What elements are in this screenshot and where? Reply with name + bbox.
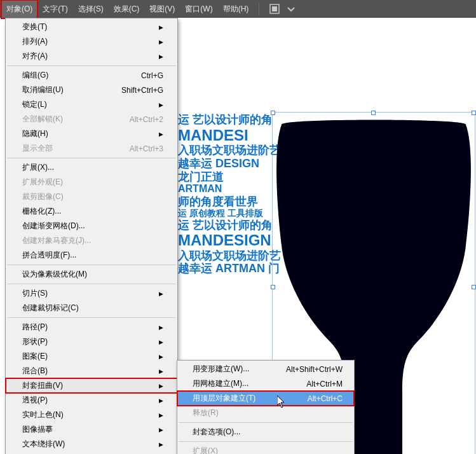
menu-divider (179, 422, 353, 423)
menu-item[interactable]: 锁定(L)▶ (6, 97, 177, 112)
menu-item-label: 封套扭曲(V) (22, 380, 63, 391)
menu-object[interactable]: 对象(O) (1, 0, 37, 18)
menu-item[interactable]: 切片(S)▶ (6, 286, 177, 301)
submenu-arrow-icon: ▶ (159, 102, 163, 108)
svg-rect-2 (272, 6, 277, 11)
menu-item[interactable]: 取消编组(U)Shift+Ctrl+G (6, 83, 177, 97)
mouse-cursor (277, 396, 286, 411)
menu-item-label: 创建对象马赛克(J)... (22, 235, 91, 246)
menu-view[interactable]: 视图(V) (144, 0, 180, 18)
menu-item[interactable]: 排列(A)▶ (6, 34, 177, 49)
submenu-item[interactable]: 用网格建立(M)...Alt+Ctrl+M (177, 376, 354, 391)
menu-item: 裁剪图像(C) (6, 189, 177, 204)
submenu-arrow-icon: ▶ (159, 53, 163, 60)
menu-item[interactable]: 实时上色(N)▶ (6, 408, 177, 422)
menu-item-label: 设为像素级优化(M) (22, 269, 87, 280)
menu-item: 显示全部Alt+Ctrl+3 (6, 141, 177, 156)
menu-divider (7, 317, 176, 318)
object-menu-dropdown: 变换(T)▶排列(A)▶对齐(A)▶编组(G)Ctrl+G取消编组(U)Shif… (5, 18, 178, 454)
menu-item[interactable]: 创建渐变网格(D)... (6, 219, 177, 233)
menu-item[interactable]: 扩展(X)... (6, 160, 177, 175)
submenu-item: 扩展(X) (177, 444, 354, 454)
selection-handle[interactable] (472, 111, 476, 115)
menu-item-label: 取消编组(U) (22, 85, 64, 95)
menu-item[interactable]: 变换(T)▶ (6, 20, 177, 34)
menu-shortcut: Shift+Ctrl+G (106, 86, 163, 95)
menu-item[interactable]: Line 和 Sketch 图稿▶ (6, 451, 177, 454)
menu-item-label: 透视(P) (22, 395, 48, 406)
menu-item-label: 实时上色(N) (22, 409, 64, 420)
menu-divider (7, 265, 176, 265)
menu-item[interactable]: 拼合透明度(F)... (6, 248, 177, 263)
selection-handle[interactable] (472, 285, 476, 289)
menu-item[interactable]: 透视(P)▶ (6, 393, 177, 408)
submenu-arrow-icon: ▶ (159, 441, 163, 448)
menu-item[interactable]: 路径(P)▶ (6, 320, 177, 334)
chevron-down-icon[interactable] (285, 3, 297, 15)
menu-item[interactable]: 编组(G)Ctrl+G (6, 68, 177, 83)
submenu-item[interactable]: 封套选项(O)... (177, 425, 354, 439)
menu-item[interactable]: 图案(E)▶ (6, 349, 177, 364)
gpu-preview-icon[interactable] (268, 3, 281, 15)
menu-item-label: 显示全部 (22, 143, 53, 154)
submenu-arrow-icon: ▶ (159, 324, 163, 331)
menu-item[interactable]: 设为像素级优化(M) (6, 267, 177, 282)
submenu-arrow-icon: ▶ (159, 397, 163, 404)
menu-item[interactable]: 对齐(A)▶ (6, 49, 177, 64)
selection-handle[interactable] (271, 285, 275, 289)
menu-item-label: 图像描摹 (22, 424, 53, 435)
selection-handle[interactable] (271, 111, 275, 115)
submenu-arrow-icon: ▶ (159, 339, 163, 345)
selection-handle[interactable] (371, 111, 376, 115)
menu-item-label: 混合(B) (22, 366, 48, 376)
submenu-item-label: 扩展(X) (193, 446, 218, 454)
menu-item-label: 全部解锁(K) (22, 114, 63, 125)
menubar: 对象(O) 文字(T) 选择(S) 效果(C) 视图(V) 窗口(W) 帮助(H… (0, 0, 476, 18)
submenu-arrow-icon: ▶ (159, 131, 163, 137)
menu-item-label: 文本绕排(W) (22, 439, 65, 450)
menu-item-label: 创建渐变网格(D)... (22, 221, 85, 231)
submenu-item-label: 封套选项(O)... (193, 427, 240, 437)
submenu-arrow-icon: ▶ (159, 412, 163, 418)
submenu-arrow-icon: ▶ (159, 24, 163, 31)
menu-item[interactable]: 文本绕排(W)▶ (6, 437, 177, 451)
submenu-item-label: 用变形建立(W)... (193, 364, 249, 375)
menu-divider (179, 441, 353, 442)
menu-item[interactable]: 混合(B)▶ (6, 364, 177, 378)
menu-shortcut: Alt+Shift+Ctrl+W (271, 365, 343, 374)
submenu-arrow-icon: ▶ (159, 39, 163, 45)
menu-item[interactable]: 形状(P)▶ (6, 334, 177, 349)
submenu-item-label: 用网格建立(M)... (193, 378, 248, 389)
submenu-item: 释放(R) (177, 406, 354, 420)
menu-item: 全部解锁(K)Alt+Ctrl+2 (6, 112, 177, 127)
menu-item-label: 切片(S) (22, 288, 48, 299)
menu-select[interactable]: 选择(S) (73, 0, 109, 18)
menu-window[interactable]: 窗口(W) (180, 0, 217, 18)
submenu-arrow-icon: ▶ (159, 354, 163, 360)
menu-item-label: 编组(G) (22, 70, 48, 81)
menu-divider (7, 65, 176, 66)
envelope-distort-submenu: 用变形建立(W)...Alt+Shift+Ctrl+W用网格建立(M)...Al… (177, 360, 355, 454)
menu-item-label: 栅格化(Z)... (22, 206, 61, 217)
menu-item-label: 形状(P) (22, 336, 48, 347)
menu-type[interactable]: 文字(T) (37, 0, 72, 18)
menu-shortcut: Alt+Ctrl+M (291, 380, 343, 389)
menu-item[interactable]: 隐藏(H)▶ (6, 127, 177, 141)
menu-divider (7, 158, 176, 158)
submenu-item[interactable]: 用变形建立(W)...Alt+Shift+Ctrl+W (177, 362, 354, 376)
menu-item[interactable]: 图像描摹▶ (6, 422, 177, 437)
menu-item-label: 变换(T) (22, 22, 47, 32)
submenu-item[interactable]: 用顶层对象建立(T)Alt+Ctrl+C (177, 391, 354, 406)
menu-item[interactable]: 封套扭曲(V)▶ (6, 378, 177, 393)
submenu-arrow-icon: ▶ (159, 383, 163, 389)
menu-item[interactable]: 创建裁切标记(C) (6, 301, 177, 315)
menu-item[interactable]: 栅格化(Z)... (6, 204, 177, 219)
menu-item-label: 图案(E) (22, 351, 48, 362)
menu-item-label: 裁剪图像(C) (22, 191, 64, 202)
menu-item-label: 创建裁切标记(C) (22, 303, 79, 313)
menu-item-label: 排列(A) (22, 36, 48, 47)
menu-help[interactable]: 帮助(H) (218, 0, 254, 18)
menu-shortcut: Ctrl+G (126, 71, 163, 80)
menu-item-label: 拼合透明度(F)... (22, 250, 76, 261)
menu-effect[interactable]: 效果(C) (109, 0, 145, 18)
